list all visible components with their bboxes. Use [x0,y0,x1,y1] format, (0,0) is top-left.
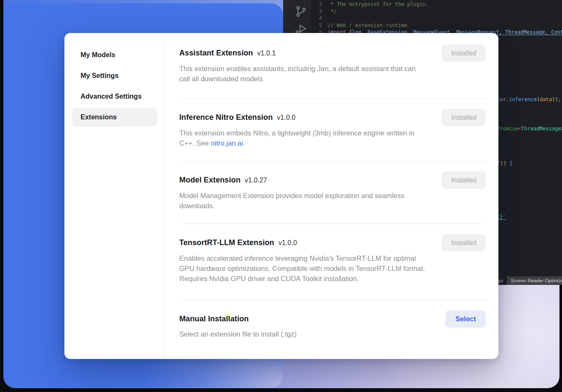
code-line: 3 */ [311,8,562,15]
extension-description: This extension enables assistants, inclu… [179,63,425,84]
sidebar-item-my-settings[interactable]: My Settings [72,66,157,85]
code-line: 2 * The entrypoint for the plugin. [311,1,562,8]
code-text: */ [322,8,337,15]
line-number: 5 [311,22,322,29]
extension-version: v1.0.0 [278,237,297,248]
editor-code-area: 2 * The entrypoint for the plugin. 3 */ … [311,1,562,36]
screen-reader-optimized-status[interactable]: Screen Reader Optimized [507,276,562,285]
line-number: 4 [311,15,322,22]
settings-card: My Models My Settings Advanced Settings … [64,33,498,359]
extension-row-assistant: Assistant Extension v1.0.1 This extensio… [179,47,486,84]
extension-title: TensortRT-LLM Extension [179,237,274,248]
sidebar-item-label: Extensions [81,113,117,121]
source-control-icon[interactable] [295,5,307,19]
extension-description: Model Management Extension provides mode… [179,190,425,211]
extension-title: Inference Nitro Extension [179,112,273,123]
extension-row-inference-nitro: Inference Nitro Extension v1.0.0 This ex… [179,99,486,148]
extension-row-model: Model Extension v1.0.27 Model Management… [179,161,486,211]
extension-description: Enables accelerated inference leveraging… [179,253,425,284]
nitro-jan-ai-link[interactable]: nitro.jan.ai. [211,139,245,147]
sidebar-item-label: My Models [81,51,115,59]
settings-sidebar: My Models My Settings Advanced Settings … [64,33,165,359]
installed-button[interactable]: Installed [442,109,486,126]
sidebar-item-label: My Settings [81,72,119,80]
extension-description: Select an extension file to install (.tg… [179,329,297,339]
extension-row-manual-installation: Manual Installation Select an extension … [179,300,486,339]
extension-version: v1.0.27 [245,175,267,186]
extension-title: Assistant Extension [179,47,253,58]
code-fragment: Promise<ThreadMessage> [497,126,562,132]
code-text: * The entrypoint for the plugin. [322,1,428,8]
extension-title: Model Extension [179,174,241,185]
extension-description: This extension embeds Nitro, a lightweig… [179,128,425,148]
code-fragment: ")) { [497,160,512,166]
code-text: // Web / extension runtime [322,22,407,29]
line-number: 2 [311,1,322,8]
extension-row-tensorrt-llm: TensortRT-LLM Extension v1.0.0 Enables a… [179,224,486,284]
select-button[interactable]: Select [445,310,486,328]
sidebar-item-extensions[interactable]: Extensions [72,108,157,127]
code-fragment: rator.inference(data)); [491,97,561,102]
line-number: 3 [311,8,322,15]
code-text [322,15,328,22]
code-line: 5 // Web / extension runtime [311,22,562,29]
extension-version: v1.0.0 [277,112,296,123]
code-line: 4 [311,15,562,22]
sidebar-item-my-models[interactable]: My Models [72,46,157,64]
extension-version: v1.0.1 [257,48,276,59]
installed-button[interactable]: Installed [442,171,486,189]
extensions-list: Assistant Extension v1.0.1 This extensio… [165,33,498,359]
installed-button[interactable]: Installed [442,234,486,251]
installed-button[interactable]: Installed [442,44,486,62]
sidebar-item-advanced-settings[interactable]: Advanced Settings [72,87,157,106]
extension-title: Manual Installation [179,313,249,324]
indent-guide [328,22,328,28]
sidebar-item-label: Advanced Settings [81,93,142,100]
